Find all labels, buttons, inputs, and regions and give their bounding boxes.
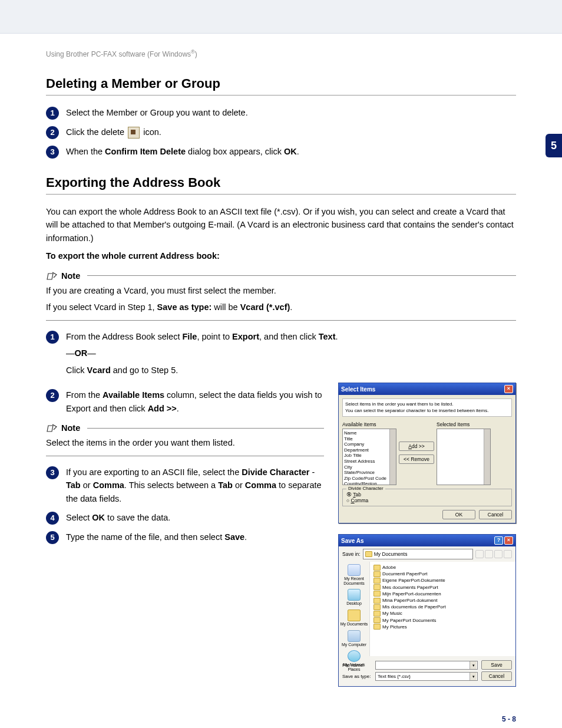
close-icon[interactable]: ×: [504, 536, 513, 545]
places-network[interactable]: My Network Places: [339, 650, 369, 671]
list-item[interactable]: My PaperPort Documents: [373, 617, 512, 624]
file-name: Mijn PaperPort-documenten: [382, 591, 441, 597]
note-closing-rule: [46, 320, 516, 321]
back-icon[interactable]: [475, 550, 484, 558]
filename-input[interactable]: [375, 661, 478, 670]
list-item[interactable]: Adobe: [373, 564, 512, 571]
step-number-1: 1: [46, 331, 59, 344]
step-text: When the Confirm Item Delete dialog box …: [66, 145, 516, 158]
add-button[interactable]: Add >>: [399, 442, 434, 451]
t: Type the name of the file, and then sele…: [66, 532, 224, 542]
place-label: Desktop: [346, 601, 362, 605]
t: will be: [211, 302, 240, 312]
note-rule: [87, 275, 516, 276]
save-as-dialog: Save As ? × Save in: My Documents: [338, 534, 516, 687]
help-icon[interactable]: ?: [494, 536, 503, 545]
places-bar: My Recent Documents Desktop My Documents…: [339, 562, 370, 656]
step-export-3: 3 If you are exporting to an ASCII file,…: [46, 466, 324, 505]
dialog-titlebar[interactable]: Select Items ×: [339, 383, 515, 395]
list-item[interactable]: My Music: [373, 610, 512, 617]
list-item[interactable]: Street Address: [344, 459, 395, 465]
list-item[interactable]: Mes documents PaperPort: [373, 584, 512, 591]
file-list[interactable]: Adobe Documenti PaperPort Eigene PaperPo…: [370, 562, 515, 656]
save-button[interactable]: Save: [481, 660, 512, 670]
save-in-dropdown[interactable]: My Documents: [363, 549, 473, 559]
t: .: [297, 147, 299, 156]
note-icon: [46, 423, 58, 433]
select-items-dialog: Select Items × Select items in the order…: [338, 383, 516, 523]
tab-label: Tab: [66, 480, 81, 490]
places-desktop[interactable]: Desktop: [346, 589, 362, 606]
note-block-2: Note Select the items in the order you w…: [46, 423, 324, 456]
note-icon: [46, 271, 58, 281]
dialog-instructions: Select items in the order you want them …: [342, 398, 512, 417]
step-text: Type the name of the file, and then sele…: [66, 531, 324, 543]
instr-line: Select items in the order you want them …: [345, 401, 509, 407]
note-text: If you select Vcard in Step 1, Save as t…: [46, 301, 516, 314]
running-header: Using Brother PC-FAX software (For Windo…: [46, 49, 516, 58]
list-item[interactable]: Name: [344, 430, 395, 436]
em-dash: —: [66, 348, 75, 358]
remove-button[interactable]: << Remove: [399, 454, 434, 464]
views-icon[interactable]: [504, 550, 512, 558]
dialog-title-text: Save As: [341, 538, 364, 544]
step-2b: icon.: [141, 127, 161, 137]
selected-items-heading: Selected Items: [437, 421, 491, 427]
savetype-dropdown[interactable]: Text files {*.csv}: [375, 672, 478, 681]
cancel-button[interactable]: Cancel: [479, 510, 512, 519]
file-name: Mina PaperPort-dokument: [382, 597, 437, 604]
dialog-titlebar[interactable]: Save As ? ×: [339, 535, 515, 546]
available-items-listbox[interactable]: Name Title Company Department Job Title …: [342, 429, 396, 485]
list-item[interactable]: Title: [344, 436, 395, 442]
desktop-icon: [348, 589, 361, 601]
list-item[interactable]: Mijn PaperPort-documenten: [373, 591, 512, 597]
list-item[interactable]: Eigene PaperPort-Dokumente: [373, 577, 512, 584]
list-item[interactable]: State/Province: [344, 470, 395, 476]
cancel-button[interactable]: Cancel: [481, 671, 512, 681]
note-label: Note: [61, 423, 80, 433]
note-label: Note: [61, 271, 80, 281]
folder-icon: [373, 624, 381, 630]
ok-button[interactable]: OK: [442, 510, 475, 519]
step-text: Click the delete icon.: [66, 126, 516, 139]
file-name: Mes documents PaperPort: [382, 584, 438, 591]
export-label: Export: [232, 332, 259, 341]
divide-character-legend: Divide Character: [346, 486, 385, 491]
list-item[interactable]: My Pictures: [373, 624, 512, 630]
places-my-computer[interactable]: My Computer: [342, 630, 366, 647]
section-rule: [46, 95, 516, 95]
list-item[interactable]: Country/Region: [344, 481, 395, 485]
list-item[interactable]: Zip Code/Post Code: [344, 476, 395, 482]
step-number-1: 1: [46, 107, 59, 120]
add-label: Add >>: [148, 404, 177, 413]
section-rule: [46, 194, 516, 195]
list-item[interactable]: Job Title: [344, 453, 395, 459]
t: .: [290, 302, 292, 312]
t: , and then click: [259, 332, 319, 341]
tab-label-2: Tab: [218, 480, 233, 490]
confirm-item-delete-label: Confirm Item Delete: [105, 147, 186, 156]
save-label: Save: [224, 532, 244, 542]
step-number-2: 2: [46, 389, 59, 402]
new-folder-icon[interactable]: [494, 550, 503, 558]
folder-icon: [373, 611, 381, 617]
mydocs-icon: [348, 610, 361, 621]
close-icon[interactable]: ×: [504, 385, 513, 393]
recent-icon: [348, 564, 361, 576]
selected-items-listbox[interactable]: [437, 429, 491, 485]
list-item[interactable]: Mis documentos de PaperPort: [373, 604, 512, 610]
radio-tab[interactable]: ⦿ Tab: [346, 492, 508, 498]
list-item[interactable]: Documenti PaperPort: [373, 571, 512, 577]
places-my-documents[interactable]: My Documents: [340, 610, 368, 627]
step-number-3: 3: [46, 146, 59, 159]
list-item[interactable]: City: [344, 465, 395, 470]
radio-comma[interactable]: ○ Comma: [346, 498, 508, 503]
list-item[interactable]: Company: [344, 442, 395, 447]
t: If you select Vcard in Step 1,: [46, 302, 157, 312]
step-text: Select the Member or Group you want to d…: [66, 106, 516, 119]
folder-icon: [373, 578, 381, 584]
up-icon[interactable]: [485, 550, 493, 558]
list-item[interactable]: Mina PaperPort-dokument: [373, 597, 512, 604]
list-item[interactable]: Department: [344, 447, 395, 453]
places-recent[interactable]: My Recent Documents: [339, 564, 369, 585]
